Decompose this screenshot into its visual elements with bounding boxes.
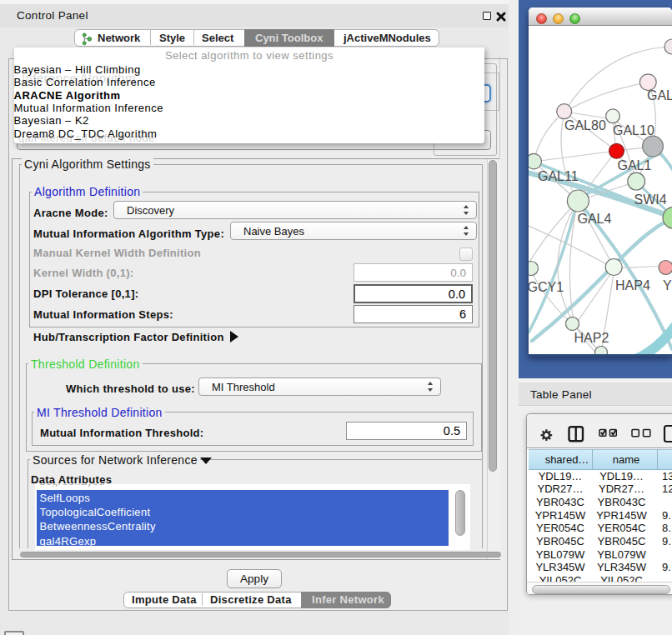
svg-text:GAL80: GAL80 — [564, 118, 606, 132]
svg-text:GCY1: GCY1 — [529, 280, 564, 294]
svg-text:HAP2: HAP2 — [574, 331, 609, 345]
svg-text:GAL11: GAL11 — [538, 169, 579, 183]
svg-text:GAL1: GAL1 — [618, 158, 652, 172]
svg-text:HAP4: HAP4 — [615, 278, 650, 292]
svg-text:GAL4: GAL4 — [578, 212, 612, 226]
svg-text:Y: Y — [663, 278, 672, 292]
svg-text:GAL10: GAL10 — [613, 123, 654, 138]
svg-text:SWI4: SWI4 — [634, 192, 667, 207]
svg-text:GAL7: GAL7 — [647, 88, 672, 102]
